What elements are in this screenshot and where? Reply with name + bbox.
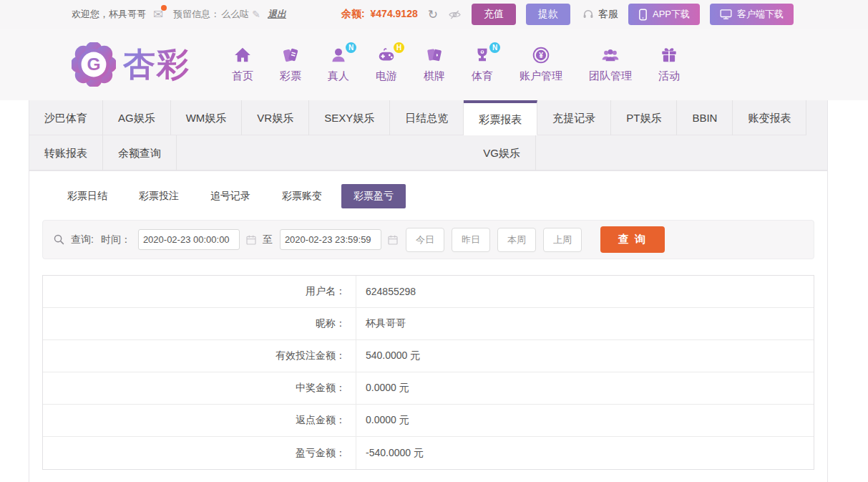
report-tabs: 沙巴体育 AG娱乐 WM娱乐 VR娱乐 SEXY娱乐 日结总览 彩票报表 充提记… <box>29 100 827 171</box>
tab-item[interactable]: 充提记录 <box>537 100 611 135</box>
notification-dot-icon <box>161 5 167 11</box>
table-row: 有效投注金额： 540.0000 元 <box>43 340 814 372</box>
eye-hidden-icon[interactable] <box>448 8 462 21</box>
cards-icon <box>425 46 444 64</box>
nav-item-lottery[interactable]: 彩票 <box>280 46 301 83</box>
tab-item[interactable]: 转账报表 <box>29 135 103 170</box>
team-group-icon <box>601 46 620 64</box>
live-person-icon <box>329 46 348 64</box>
trophy-icon <box>473 46 492 64</box>
nav-item-activity[interactable]: 活动 <box>658 46 680 83</box>
quick-button-this-week[interactable]: 本周 <box>497 228 536 252</box>
row-label: 返点金额： <box>43 405 356 436</box>
tab-filler <box>536 135 827 170</box>
app-download-button[interactable]: APP下载 <box>628 4 700 25</box>
lottery-ticket-icon <box>281 46 300 64</box>
row-value: 杯具哥哥 <box>356 308 814 339</box>
edit-icon[interactable]: ✎ <box>252 9 260 20</box>
tab-item[interactable]: 日结总览 <box>390 100 464 135</box>
nav-item-live[interactable]: N 真人 <box>328 46 349 83</box>
main-nav: 首页 彩票 N 真人 H 电游 棋牌 N 体育 ¥ <box>232 46 680 83</box>
table-row: 中奖金额： 0.0000 元 <box>43 372 814 405</box>
home-icon <box>233 46 252 64</box>
nav-item-chess[interactable]: 棋牌 <box>424 46 445 83</box>
end-time-input[interactable] <box>280 229 381 250</box>
nav-item-egame[interactable]: H 电游 <box>376 46 397 83</box>
hot-badge: H <box>394 42 404 53</box>
nav-item-team-manage[interactable]: 团队管理 <box>589 46 632 83</box>
calendar-icon[interactable] <box>387 234 399 246</box>
reserved-info-value: 么么哒 <box>221 8 249 21</box>
tab-item[interactable]: 账变报表 <box>733 100 806 135</box>
start-time-input[interactable] <box>138 229 240 250</box>
tab-item[interactable]: 余额查询 <box>103 135 177 170</box>
new-badge: N <box>346 42 356 53</box>
tab-item[interactable]: PT娱乐 <box>611 100 677 135</box>
subtab-item[interactable]: 彩票投注 <box>127 184 191 208</box>
headset-icon <box>582 8 595 21</box>
search-button[interactable]: 查 询 <box>600 226 665 253</box>
table-row: 盈亏金额： -540.0000 元 <box>43 437 814 469</box>
tab-item[interactable]: BBIN <box>677 100 733 135</box>
tab-item[interactable]: VR娱乐 <box>242 100 309 135</box>
welcome-text: 欢迎您，杯具哥哥 <box>72 8 146 21</box>
withdraw-button[interactable]: 提款 <box>526 4 570 25</box>
time-label: 时间： <box>101 233 131 246</box>
table-row: 用户名： 624855298 <box>43 276 814 308</box>
subtab-item[interactable]: 彩票日结 <box>55 184 120 208</box>
yuan-coin-icon: ¥ <box>532 46 550 64</box>
reserved-info-label: 预留信息： <box>173 8 220 21</box>
row-label: 有效投注金额： <box>43 340 356 372</box>
row-label: 昵称： <box>43 308 356 339</box>
nav-item-sports[interactable]: N 体育 <box>472 46 493 83</box>
client-download-button[interactable]: 客户端下载 <box>710 4 794 25</box>
calendar-icon[interactable] <box>245 234 257 246</box>
balance-label: 余额: <box>341 8 365 19</box>
quick-button-yesterday[interactable]: 昨日 <box>452 228 490 252</box>
phone-icon <box>638 9 648 21</box>
logo-emblem-icon: G <box>72 42 116 87</box>
tab-item[interactable]: 沙巴体育 <box>29 100 103 135</box>
gift-icon <box>660 46 678 64</box>
query-bar: 查询: 时间： 至 今日 昨日 本周 上周 查 询 <box>42 220 814 259</box>
tab-item[interactable]: WM娱乐 <box>171 100 243 135</box>
header: G 杏彩 首页 彩票 N 真人 H 电游 棋牌 <box>0 29 868 100</box>
topbar: 欢迎您，杯具哥哥 ✉ 预留信息： 么么哒 ✎ 退出 余额: ¥474.9128 … <box>0 0 868 29</box>
quick-button-last-week[interactable]: 上周 <box>543 228 582 252</box>
subtab-item[interactable]: 追号记录 <box>198 184 263 208</box>
query-label: 查询: <box>71 233 94 246</box>
message-icon[interactable]: ✉ <box>153 7 163 22</box>
row-label: 中奖金额： <box>43 372 356 404</box>
nav-item-home[interactable]: 首页 <box>232 46 253 83</box>
svg-text:¥: ¥ <box>539 52 543 59</box>
content-card: 沙巴体育 AG娱乐 WM娱乐 VR娱乐 SEXY娱乐 日结总览 彩票报表 充提记… <box>29 100 828 482</box>
row-value: 624855298 <box>356 276 814 307</box>
subtab-item[interactable]: 彩票账变 <box>270 184 334 208</box>
table-row: 昵称： 杯具哥哥 <box>43 308 814 340</box>
refresh-icon[interactable]: ↻ <box>428 7 438 22</box>
tab-item[interactable]: SEXY娱乐 <box>309 100 390 135</box>
nav-item-account-manage[interactable]: ¥ 账户管理 <box>520 46 562 83</box>
row-value: 0.0000 元 <box>356 405 814 436</box>
recharge-button[interactable]: 充值 <box>472 4 516 25</box>
to-label: 至 <box>263 233 273 246</box>
tab-item[interactable]: VG娱乐 <box>468 135 536 170</box>
customer-service-button[interactable]: 客服 <box>582 8 618 21</box>
tab-filler <box>177 135 468 170</box>
logout-link[interactable]: 退出 <box>268 8 286 21</box>
tab-item[interactable]: AG娱乐 <box>103 100 171 135</box>
new-badge: N <box>489 42 500 53</box>
report-table: 用户名： 624855298 昵称： 杯具哥哥 有效投注金额： 540.0000… <box>42 275 814 470</box>
tab-lottery-report-active[interactable]: 彩票报表 <box>464 100 537 135</box>
gamepad-icon <box>377 46 396 64</box>
row-value: 540.0000 元 <box>356 340 814 372</box>
balance-value: ¥474.9128 <box>371 8 418 19</box>
customer-service-label: 客服 <box>598 8 618 21</box>
subtab-lottery-profit-active[interactable]: 彩票盈亏 <box>341 184 406 208</box>
logo[interactable]: G 杏彩 <box>72 42 190 87</box>
quick-button-today[interactable]: 今日 <box>406 228 444 252</box>
table-row: 返点金额： 0.0000 元 <box>43 405 814 437</box>
balance: 余额: ¥474.9128 <box>341 8 418 21</box>
top-band: 欢迎您，杯具哥哥 ✉ 预留信息： 么么哒 ✎ 退出 余额: ¥474.9128 … <box>0 0 868 100</box>
monitor-icon <box>720 9 732 20</box>
